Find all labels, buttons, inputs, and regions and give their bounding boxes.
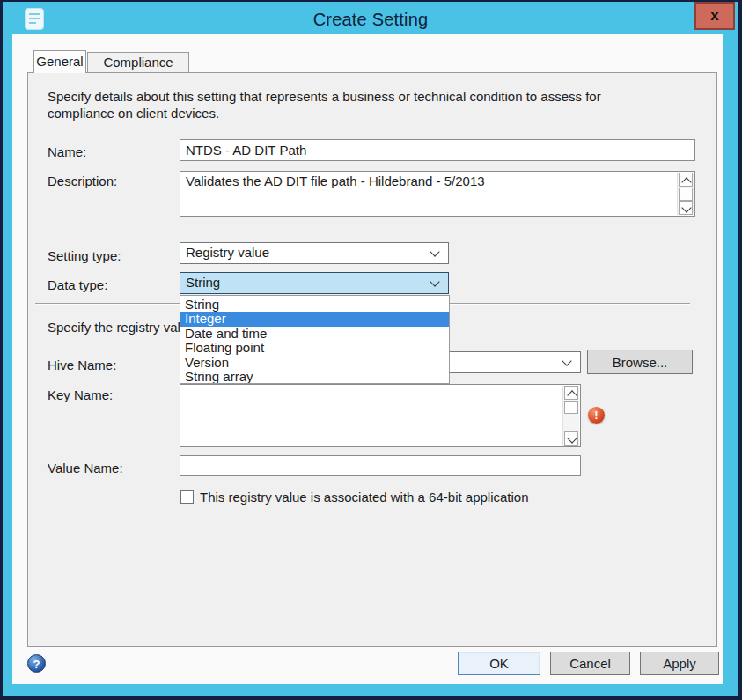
tab-general[interactable]: General	[33, 50, 86, 73]
window-title: Create Setting	[3, 10, 738, 30]
specify-registry-text: Specify the registry value	[48, 320, 195, 335]
data-type-option[interactable]: Date and time	[180, 327, 449, 341]
name-label: Name:	[48, 144, 86, 159]
data-type-select[interactable]: String	[180, 272, 449, 294]
chevron-down-icon	[430, 247, 439, 256]
intro-text: Specify details about this setting that …	[48, 88, 664, 122]
description-input[interactable]: Validates the AD DIT file path - Hildebr…	[180, 172, 677, 216]
close-button[interactable]: x	[694, 2, 735, 30]
name-input[interactable]	[180, 139, 695, 161]
data-type-option[interactable]: Floating point	[180, 341, 449, 355]
scroll-down-icon[interactable]	[679, 201, 693, 215]
description-scrollbar[interactable]	[677, 173, 694, 215]
key-name-scrollbar[interactable]	[562, 386, 579, 446]
data-type-label: Data type:	[48, 277, 107, 292]
scroll-down-icon[interactable]	[564, 431, 578, 446]
scrollbar-thumb[interactable]	[564, 401, 578, 414]
setting-type-label: Setting type:	[48, 248, 121, 263]
chevron-down-icon	[562, 356, 571, 365]
browse-button[interactable]: Browse...	[587, 350, 693, 374]
apply-button[interactable]: Apply	[640, 652, 719, 675]
data-type-option[interactable]: String	[180, 298, 449, 312]
data-type-dropdown-list: StringIntegerDate and timeFloating point…	[180, 295, 450, 384]
scroll-up-icon[interactable]	[679, 173, 693, 187]
help-icon[interactable]: ?	[27, 654, 46, 673]
validation-error-icon: !	[588, 407, 605, 424]
data-type-option[interactable]: Version	[180, 356, 449, 370]
key-name-input[interactable]	[180, 385, 562, 446]
chevron-down-icon	[430, 276, 439, 286]
data-type-option[interactable]: Integer	[180, 312, 449, 326]
scrollbar-thumb[interactable]	[679, 188, 693, 201]
window-frame: Create Setting x General Compliance Rule…	[3, 2, 738, 696]
setting-type-value: Registry value	[186, 245, 269, 260]
tab-compliance-rules[interactable]: Compliance Rules	[87, 52, 189, 73]
description-box: Validates the AD DIT file path - Hildebr…	[180, 171, 695, 217]
data-type-value: String	[186, 275, 220, 290]
key-name-label: Key Name:	[48, 387, 113, 402]
general-tab-panel: Specify details about this setting that …	[27, 72, 717, 647]
data-type-option[interactable]: String array	[180, 370, 449, 384]
ok-button[interactable]: OK	[458, 652, 540, 675]
create-setting-dialog: Create Setting x General Compliance Rule…	[0, 0, 742, 700]
setting-type-select[interactable]: Registry value	[180, 242, 449, 264]
hive-name-label: Hive Name:	[48, 357, 116, 372]
64bit-checkbox[interactable]	[180, 490, 194, 504]
description-label: Description:	[48, 173, 117, 188]
key-name-box	[180, 384, 581, 447]
scroll-up-icon[interactable]	[564, 386, 578, 400]
64bit-checkbox-label: This registry value is associated with a…	[200, 490, 529, 505]
value-name-label: Value Name:	[48, 461, 123, 475]
value-name-input[interactable]	[180, 455, 581, 476]
cancel-button[interactable]: Cancel	[550, 652, 630, 675]
dialog-body: General Compliance Rules Specify details…	[12, 34, 723, 684]
